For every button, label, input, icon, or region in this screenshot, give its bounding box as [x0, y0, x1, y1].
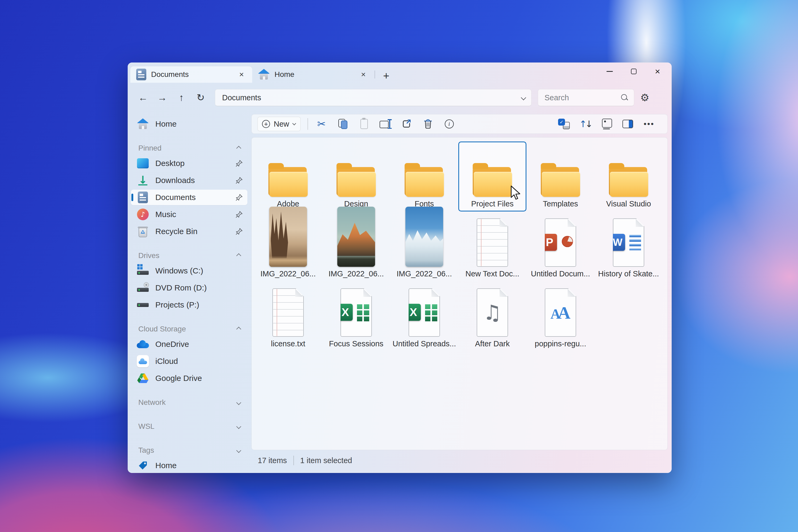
up-button[interactable]: ↑	[173, 90, 190, 105]
file-name: Visual Studio	[606, 197, 651, 211]
address-bar[interactable]: Documents	[215, 89, 531, 106]
file-name: Untitled Docum...	[531, 267, 590, 281]
copy-icon	[338, 119, 347, 129]
sidebar-item-windows-c[interactable]: Windows (C:)	[131, 263, 247, 279]
details-pane-icon	[623, 120, 633, 128]
sidebar-item-downloads[interactable]: ↓ Downloads	[131, 173, 247, 188]
paste-button[interactable]	[356, 116, 373, 132]
file-tile-image[interactable]: IMG_2022_06...	[390, 211, 458, 281]
multi-select-icon: ✓	[558, 119, 570, 129]
file-tile-image[interactable]: IMG_2022_06...	[254, 211, 322, 281]
font-file-icon: AA	[545, 284, 576, 337]
sort-button[interactable]: ↑↓	[577, 116, 593, 132]
chevron-up-icon	[236, 327, 241, 331]
sidebar-section-pinned[interactable]: Pinned	[131, 141, 247, 156]
file-explorer-window: Documents × Home × + × ← → ↑ ↻ Documents…	[128, 62, 672, 473]
sidebar-item-projects-p[interactable]: Projects (P:)	[131, 297, 247, 312]
view-options-button[interactable]: ✓	[556, 116, 572, 132]
text-document-icon	[272, 284, 304, 337]
folder-icon	[472, 144, 513, 197]
icloud-icon	[137, 355, 149, 367]
tab-documents[interactable]: Documents ×	[130, 66, 252, 83]
chevron-down-icon[interactable]	[521, 95, 526, 100]
tab-close-icon[interactable]: ×	[358, 69, 369, 80]
file-tile-excel[interactable]: X Untitled Spreads...	[390, 281, 458, 352]
properties-button[interactable]: i	[441, 116, 457, 132]
sidebar-item-documents[interactable]: Documents	[131, 190, 247, 205]
rename-button[interactable]	[377, 116, 394, 132]
sidebar-item-recycle-bin[interactable]: Recycle Bin	[131, 224, 247, 239]
status-divider	[293, 456, 294, 465]
windows-drive-icon	[137, 265, 149, 277]
file-tile-image[interactable]: IMG_2022_06...	[322, 211, 390, 281]
file-tile-powerpoint[interactable]: P Untitled Docum...	[527, 211, 594, 281]
file-tile-font[interactable]: AA poppins-regu...	[527, 281, 594, 352]
sidebar-section-cloud-storage[interactable]: Cloud Storage	[131, 322, 247, 337]
minimize-icon	[607, 71, 613, 72]
sidebar-section-tags[interactable]: Tags	[131, 443, 247, 458]
tab-label: Documents	[151, 70, 231, 79]
pin-icon[interactable]	[234, 210, 244, 218]
image-thumbnail	[269, 214, 307, 267]
share-button[interactable]	[398, 116, 415, 132]
file-name: History of Skate...	[598, 267, 659, 281]
cut-button[interactable]: ✂	[314, 116, 330, 132]
mouse-cursor	[510, 185, 522, 202]
file-tile-folder[interactable]: Visual Studio	[594, 141, 663, 211]
sidebar-item-google-drive[interactable]: Google Drive	[131, 370, 247, 386]
file-tile-excel[interactable]: X Focus Sessions	[322, 281, 390, 352]
chevron-up-icon	[236, 253, 241, 258]
minimize-button[interactable]	[598, 62, 622, 80]
file-name: poppins-regu...	[535, 337, 586, 350]
sidebar-section-drives[interactable]: Drives	[131, 248, 247, 263]
back-button[interactable]: ←	[135, 90, 152, 105]
forward-button[interactable]: →	[154, 90, 171, 105]
address-text: Documents	[222, 93, 521, 102]
sidebar-item-tag-home[interactable]: Home	[131, 458, 247, 473]
file-tile-text-document[interactable]: New Text Doc...	[458, 211, 527, 281]
pin-icon[interactable]	[234, 227, 244, 235]
refresh-button[interactable]: ↻	[192, 90, 209, 105]
copy-button[interactable]	[335, 116, 351, 132]
file-tile-text-document[interactable]: license.txt	[254, 281, 322, 352]
file-name: IMG_2022_06...	[328, 267, 384, 281]
file-tile-audio[interactable]: ♫ After Dark	[458, 281, 527, 352]
preview-button[interactable]	[598, 116, 615, 132]
excel-icon: X	[341, 284, 372, 337]
file-tile-folder[interactable]: Fonts	[390, 141, 458, 211]
music-icon: ♪	[137, 208, 149, 221]
tab-home[interactable]: Home ×	[252, 66, 374, 83]
pin-icon[interactable]	[234, 193, 244, 201]
sidebar-item-music[interactable]: ♪ Music	[131, 207, 247, 222]
folder-icon	[404, 144, 444, 197]
sidebar-section-wsl[interactable]: WSL	[131, 419, 247, 434]
new-button[interactable]: + New	[258, 117, 301, 131]
pin-icon[interactable]	[234, 159, 244, 167]
close-button[interactable]: ×	[646, 62, 669, 80]
sidebar-item-onedrive[interactable]: OneDrive	[131, 337, 247, 352]
sidebar-item-home[interactable]: Home	[131, 116, 247, 132]
file-tile-folder[interactable]: Design	[322, 141, 390, 211]
sidebar-item-dvd-d[interactable]: DVD Rom (D:)	[131, 280, 247, 296]
excel-icon: X	[408, 284, 440, 337]
sidebar-item-desktop[interactable]: Desktop	[131, 156, 247, 171]
details-pane-button[interactable]	[620, 116, 636, 132]
share-icon	[401, 119, 412, 129]
image-thumbnail	[337, 214, 375, 267]
sidebar-section-network[interactable]: Network	[131, 395, 247, 410]
file-tile-folder[interactable]: Templates	[527, 141, 594, 211]
file-name: Templates	[543, 197, 578, 211]
search-input[interactable]: Search	[538, 89, 634, 106]
text-document-icon	[477, 214, 508, 267]
delete-button[interactable]	[420, 116, 436, 132]
maximize-button[interactable]	[622, 62, 646, 80]
settings-button[interactable]: ⚙	[636, 90, 653, 105]
ellipsis-icon: •••	[644, 119, 654, 129]
tab-close-icon[interactable]: ×	[236, 69, 247, 80]
file-tile-word[interactable]: W History of Skate...	[594, 211, 663, 281]
sidebar-item-icloud[interactable]: iCloud	[131, 354, 247, 369]
pin-icon[interactable]	[234, 176, 244, 184]
more-options-button[interactable]: •••	[641, 116, 657, 132]
file-tile-folder[interactable]: Adobe	[254, 141, 322, 211]
new-tab-button[interactable]: +	[379, 69, 394, 83]
